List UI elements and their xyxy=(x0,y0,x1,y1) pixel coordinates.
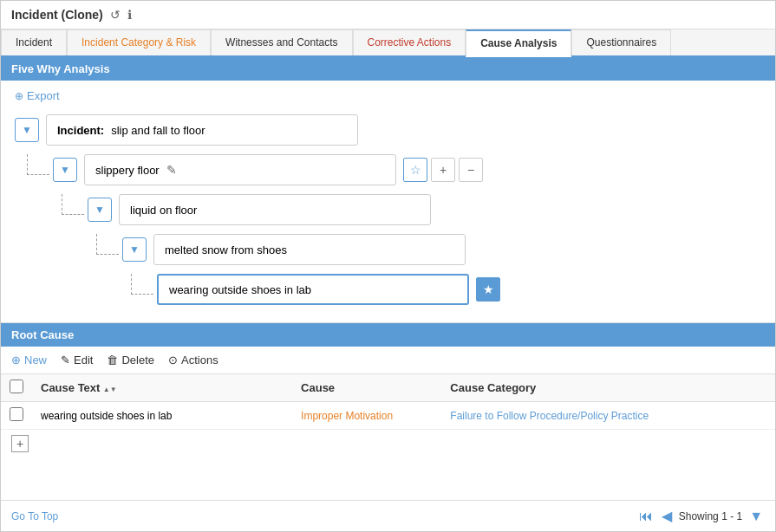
tab-category-risk[interactable]: Incident Category & Risk xyxy=(67,29,211,55)
actions-icon: ⊙ xyxy=(168,354,178,367)
row-cause: Improper Motivation xyxy=(292,402,441,430)
five-why-section: Export ▼ Incident: slip and fall to floo… xyxy=(1,81,775,322)
node-slippery-floor: ▼ slippery floor ✎ ☆ + − xyxy=(53,154,483,185)
actions-button[interactable]: ⊙ Actions xyxy=(168,354,218,367)
slippery-floor-star-btn[interactable]: ☆ xyxy=(403,158,427,182)
export-button[interactable]: Export xyxy=(15,89,761,102)
go-to-top-link[interactable]: Go To Top xyxy=(11,510,58,522)
outside-shoes-star-btn[interactable]: ★ xyxy=(476,277,500,302)
tab-questionnaires[interactable]: Questionnaires xyxy=(571,29,671,55)
trash-icon: 🗑 xyxy=(107,354,118,367)
node-liquid-floor: ▼ liquid on floor xyxy=(88,194,431,225)
row-checkbox-cell xyxy=(1,402,32,430)
liquid-floor-collapse-btn[interactable]: ▼ xyxy=(88,198,112,222)
slippery-floor-collapse-btn[interactable]: ▼ xyxy=(53,158,77,182)
root-cause-table: Cause Text ▲▼ Cause Cause Category xyxy=(1,374,775,430)
window-title: Incident (Clone) xyxy=(11,8,103,22)
incident-node: ▼ Incident: slip and fall to floor xyxy=(15,114,761,146)
th-cause: Cause xyxy=(292,374,441,402)
node-melted-snow: ▼ melted snow from shoes xyxy=(122,234,466,265)
select-all-checkbox[interactable] xyxy=(10,380,23,393)
sort-icon: ▲▼ xyxy=(103,386,117,393)
five-why-header: Five Why Analysis xyxy=(1,57,775,81)
melted-snow-collapse-btn[interactable]: ▼ xyxy=(122,237,147,262)
slippery-floor-text: slippery floor xyxy=(95,164,160,177)
incident-text: slip and fall to floor xyxy=(111,124,205,137)
edit-icon: ✎ xyxy=(61,354,70,367)
content-area: Five Why Analysis Export ▼ Incident: sli… xyxy=(1,57,775,500)
slippery-floor-box: slippery floor ✎ xyxy=(84,154,396,185)
node-outside-shoes: wearing outside shoes in lab ★ xyxy=(157,274,500,305)
row-cause-category: Failure to Follow Procedure/Policy Pract… xyxy=(441,402,775,430)
new-button[interactable]: ⊕ New xyxy=(11,354,47,367)
th-cause-text: Cause Text ▲▼ xyxy=(32,374,292,402)
first-page-btn[interactable]: ⏮ xyxy=(637,509,655,524)
outside-shoes-box: wearing outside shoes in lab xyxy=(157,274,469,305)
export-label: Export xyxy=(27,89,60,102)
prev-page-btn[interactable]: ◀ xyxy=(660,508,674,524)
new-icon: ⊕ xyxy=(11,354,21,367)
undo-icon[interactable]: ↺ xyxy=(110,8,121,22)
tab-bar: Incident Incident Category & Risk Witnes… xyxy=(1,29,775,57)
next-page-btn[interactable]: ▼ xyxy=(747,509,765,524)
incident-prefix: Incident: xyxy=(57,124,104,137)
title-bar: Incident (Clone) ↺ ℹ xyxy=(1,1,775,29)
pagination: ⏮ ◀ Showing 1 - 1 ▼ xyxy=(637,508,765,524)
liquid-floor-text: liquid on floor xyxy=(130,204,197,217)
melted-snow-text: melted snow from shoes xyxy=(165,243,287,256)
outside-shoes-text: wearing outside shoes in lab xyxy=(169,283,311,296)
slippery-floor-add-btn[interactable]: + xyxy=(431,158,455,182)
actions-label: Actions xyxy=(181,354,218,367)
edit-label: Edit xyxy=(74,354,93,367)
add-row-button[interactable]: + xyxy=(11,435,29,452)
slippery-floor-remove-btn[interactable]: − xyxy=(459,158,483,182)
th-cause-category: Cause Category xyxy=(441,374,775,402)
slippery-floor-edit-icon[interactable]: ✎ xyxy=(166,163,177,177)
tab-corrective[interactable]: Corrective Actions xyxy=(353,29,466,55)
tab-incident[interactable]: Incident xyxy=(1,29,67,55)
row-checkbox[interactable] xyxy=(10,407,23,421)
th-checkbox xyxy=(1,374,32,402)
th-cause-category-label: Cause Category xyxy=(450,381,536,394)
table-header-row: Cause Text ▲▼ Cause Cause Category xyxy=(1,374,775,402)
page-info: Showing 1 - 1 xyxy=(679,510,742,522)
th-cause-label: Cause xyxy=(301,381,335,394)
tab-cause-analysis[interactable]: Cause Analysis xyxy=(466,29,571,57)
th-cause-text-label: Cause Text xyxy=(41,381,100,394)
table-row: wearing outside shoes in lab Improper Mo… xyxy=(1,402,775,430)
root-cause-header: Root Cause xyxy=(1,323,775,347)
incident-box: Incident: slip and fall to floor xyxy=(46,114,358,146)
table-footer: + xyxy=(1,430,775,457)
edit-button[interactable]: ✎ Edit xyxy=(61,354,93,367)
row-cause-text: wearing outside shoes in lab xyxy=(32,402,292,430)
slippery-floor-actions: ☆ + − xyxy=(403,158,483,182)
delete-button[interactable]: 🗑 Delete xyxy=(107,354,154,367)
root-cause-section: Root Cause ⊕ New ✎ Edit 🗑 Delete ⊙ Actio… xyxy=(1,322,775,457)
bottom-bar: Go To Top ⏮ ◀ Showing 1 - 1 ▼ xyxy=(1,500,775,531)
tab-witnesses[interactable]: Witnesses and Contacts xyxy=(211,29,352,55)
outside-shoes-actions: ★ xyxy=(476,277,500,302)
delete-label: Delete xyxy=(121,354,154,367)
incident-collapse-btn[interactable]: ▼ xyxy=(15,118,39,142)
main-window: Incident (Clone) ↺ ℹ Incident Incident C… xyxy=(0,0,776,532)
info-icon[interactable]: ℹ xyxy=(127,8,132,22)
root-cause-toolbar: ⊕ New ✎ Edit 🗑 Delete ⊙ Actions xyxy=(1,347,775,374)
new-label: New xyxy=(24,354,47,367)
melted-snow-box: melted snow from shoes xyxy=(153,234,466,265)
liquid-floor-box: liquid on floor xyxy=(119,194,431,225)
